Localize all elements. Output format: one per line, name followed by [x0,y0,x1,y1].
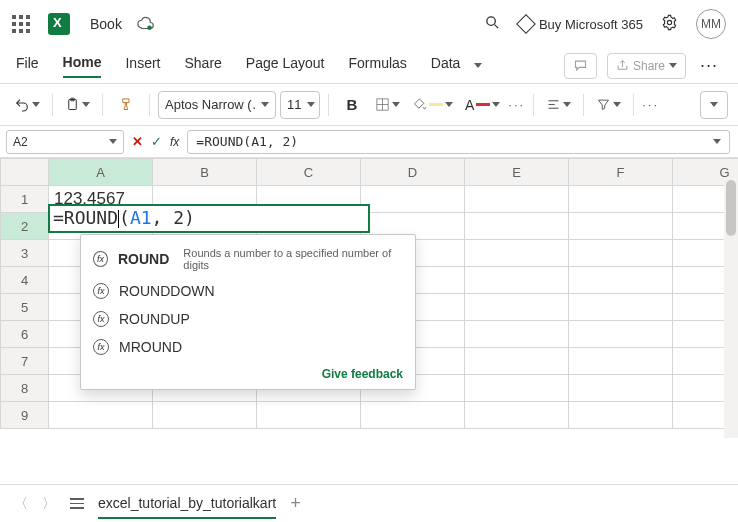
undo-button[interactable] [10,91,44,119]
worksheet-grid[interactable]: A B C D E F G 1 123.4567 2 3 4 5 6 [0,158,738,460]
cell[interactable] [153,402,257,429]
row-header[interactable]: 2 [1,213,49,240]
ribbon-overflow-icon[interactable]: ··· [696,55,722,76]
document-name[interactable]: Book [90,16,122,32]
font-family-selector[interactable]: Aptos Narrow (… [158,91,276,119]
function-icon: fx [93,251,108,267]
tab-data[interactable]: Data [431,55,461,77]
formula-input[interactable]: =ROUND(A1, 2) [187,130,730,154]
cell[interactable] [465,240,569,267]
saved-to-cloud-icon[interactable] [130,15,154,33]
formula-autocomplete-popup: fx ROUND Rounds a number to a specified … [80,234,416,390]
search-icon[interactable] [484,14,501,34]
settings-icon[interactable] [661,14,678,34]
cell[interactable] [569,348,673,375]
autocomplete-item[interactable]: fx MROUND [81,333,415,361]
scrollbar-thumb[interactable] [726,180,736,236]
app-launcher-icon[interactable] [12,15,30,33]
cell[interactable] [569,294,673,321]
borders-button[interactable] [371,91,404,119]
cell[interactable] [569,321,673,348]
cell[interactable] [465,267,569,294]
row-header[interactable]: 8 [1,375,49,402]
row-header[interactable]: 6 [1,321,49,348]
cell[interactable] [569,213,673,240]
fx-icon[interactable]: fx [170,135,179,149]
cell[interactable] [49,402,153,429]
chevron-down-icon [32,102,40,107]
column-header[interactable]: A [49,159,153,186]
autocomplete-item[interactable]: fx ROUND Rounds a number to a specified … [81,241,415,277]
filter-button[interactable] [592,91,625,119]
prev-sheet-button[interactable]: 〈 [14,495,28,513]
collapse-ribbon-button[interactable] [700,91,728,119]
column-header[interactable]: C [257,159,361,186]
cancel-formula-icon[interactable]: ✕ [132,134,143,149]
paste-button[interactable] [61,91,94,119]
column-header[interactable]: D [361,159,465,186]
cell[interactable] [465,321,569,348]
cell[interactable] [465,294,569,321]
autocomplete-item[interactable]: fx ROUNDUP [81,305,415,333]
add-sheet-button[interactable]: + [290,493,301,514]
row-header[interactable]: 4 [1,267,49,294]
column-header[interactable]: E [465,159,569,186]
cell[interactable] [361,402,465,429]
name-box[interactable]: A2 [6,130,124,154]
vertical-scrollbar[interactable] [724,178,738,438]
all-sheets-icon[interactable] [70,498,84,509]
tab-file[interactable]: File [16,55,39,77]
cell[interactable] [569,402,673,429]
tab-page-layout[interactable]: Page Layout [246,55,325,77]
expand-formula-bar-icon[interactable] [713,139,721,144]
toolbar-overflow-icon[interactable]: ··· [642,97,659,112]
font-group-overflow-icon[interactable]: ··· [508,97,525,112]
cell[interactable] [569,375,673,402]
row-header[interactable]: 3 [1,240,49,267]
chevron-down-icon [392,102,400,107]
accept-formula-icon[interactable]: ✓ [151,134,162,149]
autocomplete-item[interactable]: fx ROUNDDOWN [81,277,415,305]
cell-editor[interactable]: =ROUND(A1, 2) [48,204,370,233]
fill-color-swatch [429,103,443,106]
alignment-button[interactable] [542,91,575,119]
cell[interactable] [465,213,569,240]
bold-button[interactable]: B [337,91,367,119]
tab-home[interactable]: Home [63,54,102,78]
sheet-tab[interactable]: excel_tutorial_by_tutorialkart [98,489,276,519]
next-sheet-button[interactable]: 〉 [42,495,56,513]
font-size-selector[interactable]: 11 [280,91,320,119]
row-header[interactable]: 9 [1,402,49,429]
row-header[interactable]: 7 [1,348,49,375]
select-all-corner[interactable] [1,159,49,186]
autocomplete-feedback-link[interactable]: Give feedback [81,361,415,383]
row-header[interactable]: 5 [1,294,49,321]
font-color-button[interactable]: A [461,91,504,119]
column-header[interactable]: F [569,159,673,186]
format-painter-button[interactable] [111,91,141,119]
more-tabs-icon[interactable] [474,63,482,68]
cell[interactable] [465,348,569,375]
cell[interactable] [569,240,673,267]
comments-button[interactable] [564,53,597,79]
cell[interactable] [361,186,465,213]
formula-bar: A2 ✕ ✓ fx =ROUND(A1, 2) [0,126,738,158]
share-button-label: Share [633,59,665,73]
home-toolbar: Aptos Narrow (… 11 B A ··· ··· [0,84,738,126]
cell[interactable] [465,402,569,429]
tab-share[interactable]: Share [184,55,221,77]
buy-m365-button[interactable]: Buy Microsoft 365 [519,17,643,32]
chevron-down-icon [445,102,453,107]
fill-color-button[interactable] [408,91,457,119]
row-header[interactable]: 1 [1,186,49,213]
account-avatar[interactable]: MM [696,9,726,39]
cell[interactable] [465,375,569,402]
cell[interactable] [257,402,361,429]
share-button[interactable]: Share [607,53,686,79]
cell[interactable] [569,186,673,213]
tab-formulas[interactable]: Formulas [348,55,406,77]
column-header[interactable]: B [153,159,257,186]
cell[interactable] [569,267,673,294]
tab-insert[interactable]: Insert [125,55,160,77]
cell[interactable] [465,186,569,213]
